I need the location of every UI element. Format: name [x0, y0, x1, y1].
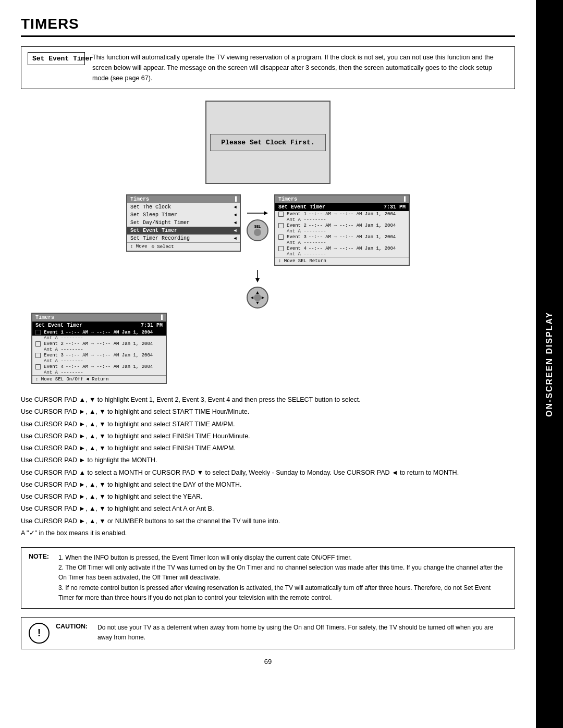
- event-row2-4: Event 4 --:-- AM → --:-- AM Jan 1, 2004: [32, 364, 166, 370]
- clock-screen-message: Please Set Clock First.: [210, 134, 325, 151]
- note-box: NOTE: 1. When the INFO button is pressed…: [21, 547, 515, 609]
- note-item-2: 2. The Off Timer will only activate if t…: [58, 563, 507, 583]
- menu-item-sleep-timer: Set Sleep Timer ◄: [127, 211, 240, 219]
- event2-2-ant: Ant A --------: [32, 347, 166, 352]
- event-timer-subheader: Set Event Timer 7:31 PM: [275, 203, 409, 211]
- side-label: ON-SCREEN DISPLAY: [536, 0, 563, 728]
- page-title: TIMERS: [21, 16, 515, 37]
- event-row2-3: Event 3 --:-- AM → --:-- AM Jan 1, 2004: [32, 352, 166, 359]
- event-timer-header: Timers ▐: [275, 195, 409, 203]
- menu-item-label: Set The Clock: [130, 204, 171, 210]
- select-label: SEL: [254, 225, 261, 229]
- event-timer-subheader-label: Set Event Timer: [278, 204, 325, 210]
- event-timer2-subheader: Set Event Timer 7:31 PM: [32, 322, 166, 329]
- event-checkbox-1: [278, 212, 284, 217]
- select-button: SEL: [247, 219, 268, 241]
- event2-checkbox-1: [35, 330, 41, 335]
- menu-item-label: Set Event Timer: [130, 228, 177, 233]
- set-event-description: This function will automatically operate…: [92, 52, 508, 83]
- page-number: 69: [21, 658, 515, 665]
- event-3-label: Event 3: [287, 235, 307, 240]
- event-timer2-footer: ↕ Move SEL On/Off ◄ Return: [32, 375, 166, 383]
- middle-nav-row: ▲ ▼ ◄ ►: [21, 270, 515, 309]
- menu-item-timer-recording: Set Timer Recording ◄: [127, 235, 240, 242]
- event-row2-2: Event 2 --:-- AM → --:-- AM Jan 1, 2004: [32, 341, 166, 347]
- event2-2-time: --:-- AM → --:-- AM Jan 1, 2004: [66, 341, 153, 347]
- event-checkbox-4: [278, 246, 284, 251]
- event2-checkbox-3: [35, 353, 41, 358]
- clock-screen-area: Please Set Clock First.: [21, 101, 515, 184]
- event-2-time: --:-- AM → --:-- AM Jan 1, 2004: [309, 223, 396, 228]
- event2-2-label: Event 2: [44, 341, 64, 347]
- event-2-label: Event 2: [287, 223, 307, 228]
- event-timer2-header-icon: ▐: [160, 315, 163, 320]
- event-3-time: --:-- AM → --:-- AM Jan 1, 2004: [309, 235, 396, 240]
- arrow-select-right: SEL: [243, 209, 272, 241]
- event-timer2-time: 7:31 PM: [141, 323, 163, 328]
- diagrams-row1: Timers ▐ Set The Clock ◄ Set Sleep Timer…: [21, 194, 515, 266]
- event-timer-footer: ↕ Move SEL Return: [275, 257, 409, 265]
- instruction-11: Use CURSOR PAD ►, ▲, ▼ or NUMBER buttons…: [21, 516, 515, 527]
- note-item-1: 1. When the INFO button is pressed, the …: [58, 553, 507, 563]
- clock-screen: Please Set Clock First.: [205, 101, 331, 184]
- timers-menu-header: Timers ▐: [127, 195, 240, 203]
- event2-4-label: Event 4: [44, 364, 64, 369]
- event2-1-time: --:-- AM → --:-- AM Jan 1, 2004: [66, 330, 153, 335]
- event-4-ant: Ant A --------: [275, 252, 409, 257]
- instruction-9: Use CURSOR PAD ►, ▲, ▼ to highlight and …: [21, 491, 515, 502]
- event2-1-ant: Ant A --------: [32, 336, 166, 341]
- instruction-3: Use CURSOR PAD ►, ▲, ▼ to highlight and …: [21, 419, 515, 430]
- note-content: 1. When the INFO button is pressed, the …: [58, 553, 507, 603]
- event-timer-header-icon: ▐: [402, 196, 406, 202]
- caution-content-row: CAUTION: Do not use your TV as a deterre…: [56, 623, 507, 643]
- set-event-timer-section: Set Event Timer This function will autom…: [21, 46, 515, 89]
- diagrams-section: Timers ▐ Set The Clock ◄ Set Sleep Timer…: [21, 194, 515, 384]
- timers-menu-title: Timers: [130, 196, 149, 202]
- menu-item-event-timer: Set Event Timer ◄: [127, 227, 240, 235]
- event-row-2: Event 2 --:-- AM → --:-- AM Jan 1, 2004: [275, 223, 409, 229]
- note-label: NOTE:: [29, 553, 52, 603]
- menu-item-arrow: ◄: [234, 220, 237, 226]
- event2-1-label: Event 1: [44, 330, 64, 335]
- nav-down-arrow: ▼: [255, 300, 260, 305]
- select-inner: [254, 229, 261, 236]
- menu-item-arrow: ◄: [234, 213, 237, 218]
- note-item-3: 3. If no remote control button is presse…: [58, 583, 507, 603]
- bottom-diagram-row: Timers ▐ Set Event Timer 7:31 PM Event 1…: [31, 313, 515, 384]
- menu-item-label: Set Day/Night Timer: [130, 220, 190, 226]
- event-1-ant: Ant A --------: [275, 217, 409, 223]
- event-footer-text: ↕ Move SEL Return: [278, 258, 326, 264]
- timers-menu-icon: ▐: [234, 196, 237, 202]
- event-timer2-subheader-label: Set Event Timer: [35, 323, 82, 328]
- footer-sel: ⊙ Select: [151, 244, 174, 250]
- instruction-10: Use CURSOR PAD ►, ▲, ▼ to highlight and …: [21, 503, 515, 514]
- event-row-4: Event 4 --:-- AM → --:-- AM Jan 1, 2004: [275, 245, 409, 252]
- nav-up-arrow: ▲: [255, 290, 260, 295]
- event2-checkbox-4: [35, 364, 41, 369]
- event-timer2-header-title: Timers: [35, 315, 54, 320]
- nav-right-arrow: ►: [261, 295, 265, 300]
- nav-left-arrow: ◄: [250, 295, 254, 300]
- instruction-5: Use CURSOR PAD ►, ▲, ▼ to highlight and …: [21, 443, 515, 454]
- instructions-section: Use CURSOR PAD ▲, ▼ to highlight Event 1…: [21, 394, 515, 539]
- instruction-6: Use CURSOR PAD ► to highlight the MONTH.: [21, 455, 515, 466]
- menu-item-arrow: ◄: [234, 205, 237, 210]
- menu-item-set-clock: Set The Clock ◄: [127, 203, 240, 211]
- event-timer2-header: Timers ▐: [32, 314, 166, 322]
- event-timer-time: 7:31 PM: [384, 204, 406, 210]
- event2-3-time: --:-- AM → --:-- AM Jan 1, 2004: [66, 353, 153, 358]
- event-row-3: Event 3 --:-- AM → --:-- AM Jan 1, 2004: [275, 234, 409, 240]
- event-timer-panel2: Timers ▐ Set Event Timer 7:31 PM Event 1…: [31, 313, 167, 384]
- event-checkbox-3: [278, 235, 284, 240]
- footer-text: ↕ Move: [130, 244, 147, 250]
- event-3-ant: Ant A --------: [275, 240, 409, 245]
- svg-marker-1: [264, 211, 268, 215]
- event-1-time: --:-- AM → --:-- AM Jan 1, 2004: [309, 212, 396, 217]
- svg-marker-3: [255, 278, 260, 282]
- menu-item-arrow: ◄: [234, 236, 237, 241]
- instruction-7: Use CURSOR PAD ▲ to select a MONTH or CU…: [21, 467, 515, 478]
- nav-circle-section: ▲ ▼ ◄ ►: [234, 270, 281, 309]
- event-4-time: --:-- AM → --:-- AM Jan 1, 2004: [309, 246, 396, 251]
- caution-box: ! CAUTION: Do not use your TV as a deter…: [21, 617, 515, 649]
- set-event-label: Set Event Timer: [28, 52, 85, 65]
